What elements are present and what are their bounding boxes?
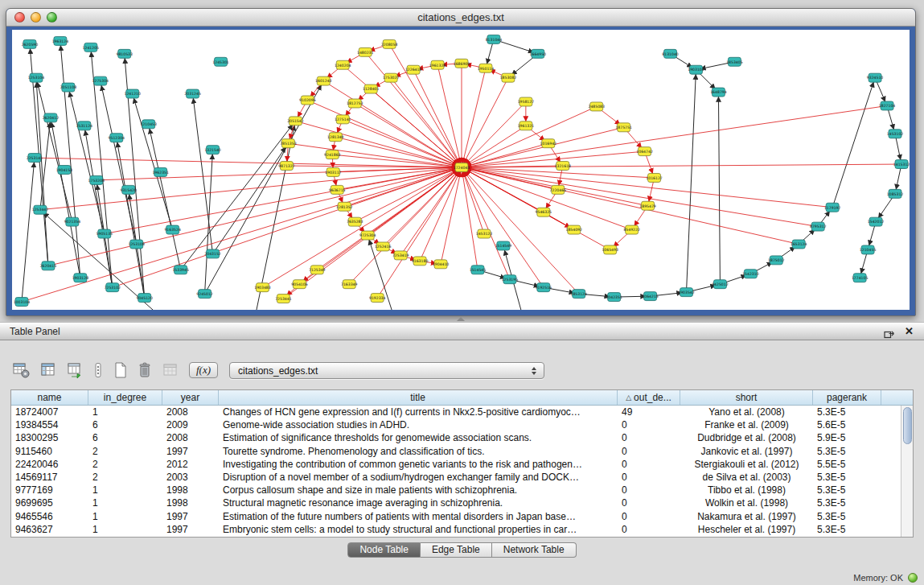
edge-red[interactable]: [97, 167, 462, 180]
graph-node[interactable]: 2031245: [184, 89, 201, 98]
cell-out_de[interactable]: 0: [618, 497, 680, 509]
cell-title[interactable]: Investigating the contribution of common…: [219, 459, 618, 470]
cell-name[interactable]: 9115460: [11, 446, 88, 457]
graph-node[interactable]: 1961321: [518, 122, 535, 130]
edge-red[interactable]: [462, 167, 510, 279]
graph-node[interactable]: 1275141: [335, 115, 351, 124]
cell-name[interactable]: 18300295: [11, 432, 88, 443]
edge-red[interactable]: [343, 119, 462, 167]
cell-out_de[interactable]: 0: [618, 524, 680, 535]
edge-red[interactable]: [462, 106, 597, 167]
cell-out_de[interactable]: 0: [618, 511, 680, 522]
edge-red[interactable]: [462, 105, 887, 167]
cell-title[interactable]: Estimation of the future numbers of pati…: [219, 511, 618, 522]
graph-node[interactable]: 1241205: [83, 43, 100, 51]
graph-node[interactable]: 2043152: [204, 249, 221, 258]
edge-red[interactable]: [462, 68, 486, 167]
graph-node[interactable]: 1648794: [710, 88, 727, 97]
graph-node[interactable]: 2051108: [60, 83, 77, 92]
cell-year[interactable]: 2008: [162, 406, 219, 418]
edge-red[interactable]: [343, 65, 462, 167]
cell-title[interactable]: Genome-wide association studies in ADHD.: [219, 419, 618, 431]
cell-year[interactable]: 1997: [162, 524, 219, 535]
cell-title[interactable]: Tourette syndrome. Phenomenology and cla…: [219, 446, 618, 457]
graph-node[interactable]: 2208058: [381, 39, 398, 48]
cell-year[interactable]: 1997: [162, 446, 219, 457]
edge-red[interactable]: [355, 167, 462, 222]
graph-node[interactable]: 1904153: [56, 166, 73, 175]
cell-year[interactable]: 1998: [162, 497, 219, 509]
graph-node[interactable]: 2485083: [588, 102, 605, 111]
cell-pagerank[interactable]: 5.3E-5: [813, 497, 881, 509]
edge-red[interactable]: [35, 158, 462, 167]
graph-node[interactable]: 1903117: [325, 168, 342, 177]
cell-name[interactable]: 22420046: [11, 459, 88, 470]
graph-node[interactable]: 9192334: [369, 294, 386, 303]
graph-node[interactable]: 1958127: [518, 97, 535, 106]
tab-network-table[interactable]: Network Table: [492, 542, 577, 558]
window-titlebar[interactable]: citations_edges.txt: [6, 9, 915, 27]
edge-red[interactable]: [377, 167, 462, 298]
merge-table-icon[interactable]: [162, 362, 179, 378]
edge-red[interactable]: [462, 78, 508, 167]
graph-node[interactable]: 2042351: [606, 293, 622, 302]
graph-node[interactable]: 1453102: [887, 130, 904, 138]
graph-node[interactable]: 7220465: [550, 185, 567, 194]
graph-node[interactable]: 1281352: [336, 202, 353, 211]
edge-black[interactable]: [718, 93, 720, 285]
cell-pagerank[interactable]: 5.3E-5: [813, 524, 881, 535]
edge-red[interactable]: [462, 167, 484, 234]
cell-in_degree[interactable]: 1: [88, 484, 162, 496]
graph-node[interactable]: 1003104: [14, 298, 31, 307]
cell-in_degree[interactable]: 2: [88, 446, 162, 457]
cell-title[interactable]: Disruption of a novel member of a sodium…: [219, 472, 618, 483]
cell-name[interactable]: 19384554: [11, 419, 88, 431]
column-header-out_de[interactable]: △out_de...: [618, 390, 680, 405]
graph-node[interactable]: 9102096: [299, 96, 316, 105]
edge-black[interactable]: [205, 150, 213, 294]
graph-node[interactable]: 9241863: [324, 150, 341, 159]
graph-node[interactable]: 1480231: [357, 47, 374, 56]
edge-red[interactable]: [335, 137, 462, 167]
table-row[interactable]: 2242004622012Investigating the contribut…: [11, 458, 901, 471]
graph-node[interactable]: 9546325: [536, 208, 552, 216]
cell-short[interactable]: Yano et al. (2008): [680, 406, 813, 418]
graph-node[interactable]: 1210455: [860, 245, 877, 254]
graph-node[interactable]: 1252416: [375, 242, 392, 251]
graph-node[interactable]: 1854092: [566, 225, 583, 234]
edge-black[interactable]: [686, 70, 696, 292]
graph-node[interactable]: 7851353: [280, 139, 297, 148]
graph-node[interactable]: 1753027: [383, 73, 400, 82]
hub-node[interactable]: 1724043: [454, 163, 470, 172]
cell-name[interactable]: 9699695: [11, 497, 88, 509]
table-row[interactable]: 946362711997Embryonic stem cells: a mode…: [11, 523, 901, 536]
column-header-short[interactable]: short: [680, 390, 813, 405]
cell-year[interactable]: 2003: [162, 472, 219, 483]
graph-node[interactable]: 1016942: [540, 139, 557, 148]
graph-node[interactable]: 8795312: [810, 222, 827, 231]
table-select-dropdown[interactable]: citations_edges.txt: [229, 362, 544, 379]
float-panel-icon[interactable]: [884, 328, 895, 342]
graph-node[interactable]: 7253441: [275, 295, 292, 303]
graph-node[interactable]: 1240204: [335, 60, 351, 69]
cell-pagerank[interactable]: 5.3E-5: [813, 406, 881, 418]
table-scrollbar[interactable]: [901, 406, 913, 537]
graph-node[interactable]: 8131044: [486, 35, 503, 43]
cell-pagerank[interactable]: 5.9E-5: [813, 432, 881, 443]
cell-in_degree[interactable]: 1: [88, 406, 162, 418]
graph-node[interactable]: 1321540: [204, 146, 221, 154]
function-builder-button[interactable]: f(x): [189, 362, 218, 378]
table-row[interactable]: 1872400712008Changes of HCN gene express…: [11, 406, 901, 418]
graph-node[interactable]: 1895479: [639, 201, 656, 210]
cell-out_de[interactable]: 0: [618, 459, 680, 470]
graph-node[interactable]: 1827104: [879, 101, 896, 110]
scrollbar-thumb[interactable]: [903, 407, 912, 444]
graph-node[interactable]: 9163180: [412, 257, 429, 266]
column-header-in_degree[interactable]: in_degree: [88, 390, 162, 405]
edge-red[interactable]: [22, 167, 462, 302]
graph-node[interactable]: 1321618: [555, 162, 572, 171]
delete-table-icon[interactable]: [138, 362, 152, 378]
cell-title[interactable]: Estimation of significance thresholds fo…: [219, 432, 618, 443]
cell-out_de[interactable]: 0: [618, 472, 680, 483]
graph-node[interactable]: 1875751: [615, 123, 632, 132]
